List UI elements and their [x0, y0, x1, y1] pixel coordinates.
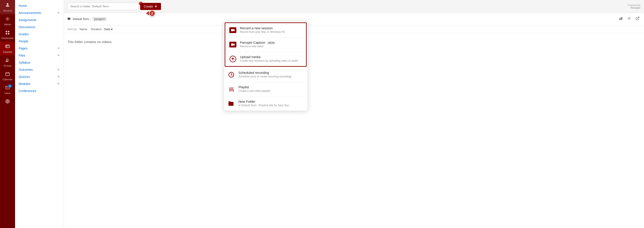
scheduled-recording-text: Scheduled recording Schedule once or cre… [238, 71, 304, 78]
sidebar-account-label: Account [3, 9, 12, 12]
sidebar-groups-label: Groups [4, 64, 12, 67]
dropdown-highlighted-section: Record a new session Record from your Ma… [225, 22, 307, 67]
create-dropdown-arrow: ▼ [154, 5, 158, 8]
nav-item-people[interactable]: People [15, 38, 64, 45]
sidebar-item-commons[interactable] [0, 97, 15, 107]
nav-sidebar: Home Announcements 👁 Assignments Discuss… [15, 0, 64, 228]
content-area: This folder contains no videos. [64, 33, 644, 228]
svg-rect-27 [619, 18, 620, 20]
external-link-button[interactable] [635, 16, 640, 22]
sidebar-admin-label: Admin [4, 23, 11, 26]
playlist-text: Playlist Create a new video playlist [238, 85, 304, 92]
sidebar-calendar-label: Calendar [3, 78, 13, 81]
breadcrumb-actions [618, 16, 640, 22]
nav-item-assignments[interactable]: Assignments [15, 16, 64, 24]
sort-by-name[interactable]: Name [78, 27, 89, 31]
inbox-badge-wrapper: 11 [5, 85, 10, 91]
sidebar-item-admin[interactable]: Admin [0, 14, 15, 28]
topbar: 1 Create ▼ Powered by Panopto [64, 0, 644, 13]
nav-item-conferences[interactable]: Conferences [15, 88, 64, 94]
svg-rect-28 [620, 18, 621, 20]
svg-point-1 [7, 18, 8, 20]
inbox-count-badge: 11 [8, 84, 12, 88]
nav-item-grades[interactable]: Grades [15, 30, 64, 38]
new-folder-icon [227, 100, 235, 108]
files-visibility-icon: 👁 [57, 54, 60, 57]
sidebar-item-dashboard[interactable]: Dashboard [0, 28, 15, 42]
step2-badge: 2 [149, 10, 155, 16]
announcements-visibility-icon: 👁 [57, 11, 60, 15]
svg-point-9 [6, 59, 8, 60]
step2-arrow [146, 11, 149, 16]
account-icon [5, 2, 10, 9]
nav-item-modules[interactable]: Modules 👁 [15, 80, 64, 88]
svg-line-31 [637, 17, 639, 19]
nav-item-files[interactable]: Files 👁 [15, 52, 64, 59]
sidebar-item-groups[interactable]: Groups [0, 56, 15, 69]
left-sidebar: Account Admin Dashboard [0, 0, 15, 228]
svg-rect-3 [8, 31, 9, 32]
sidebar-item-calendar[interactable]: Calendar [0, 69, 15, 83]
svg-rect-19 [231, 44, 234, 46]
svg-point-30 [629, 18, 630, 19]
create-button[interactable]: Create ▼ [140, 3, 161, 10]
svg-rect-5 [8, 33, 9, 34]
calendar-icon [5, 72, 10, 78]
nav-item-quizzes[interactable]: Quizzes 👁 [15, 73, 64, 80]
nav-item-discussions[interactable]: Discussions [15, 24, 64, 30]
sort-by-duration[interactable]: Duration [89, 27, 103, 31]
svg-rect-2 [6, 31, 7, 32]
record-video-icon [229, 26, 237, 34]
step2-indicator: 2 [146, 10, 155, 16]
create-btn-wrapper: 1 Create ▼ [140, 3, 161, 10]
nav-item-pages[interactable]: Pages 👁 [15, 45, 64, 52]
admin-icon [5, 16, 10, 22]
svg-marker-32 [111, 29, 113, 30]
svg-marker-26 [233, 90, 234, 92]
breadcrumb-assignment-badge: [assignm [92, 17, 107, 21]
nav-item-outcomes[interactable]: Outcomes 👁 [15, 66, 64, 73]
create-dropdown-menu: Record a new session Record from your Ma… [224, 21, 308, 111]
dropdown-item-record-new[interactable]: Record a new session Record from your Ma… [225, 23, 306, 38]
nav-item-home[interactable]: Home [15, 2, 64, 9]
playlist-icon [227, 85, 235, 93]
sidebar-item-courses[interactable]: Courses [0, 42, 15, 56]
dropdown-item-new-folder[interactable]: New Folder In Default Term - Practice si… [224, 96, 308, 111]
dropdown-item-playlist[interactable]: Playlist Create a new video playlist [224, 82, 308, 96]
outcomes-visibility-icon: 👁 [57, 68, 60, 72]
dropdown-item-scheduled-recording[interactable]: Scheduled recording Schedule once or cre… [224, 68, 308, 82]
powered-by: Powered by Panopto [628, 4, 640, 9]
sidebar-dashboard-label: Dashboard [2, 37, 14, 40]
stats-button[interactable] [618, 16, 624, 22]
svg-rect-6 [6, 45, 10, 48]
commons-icon [5, 99, 10, 105]
nav-item-announcements[interactable]: Announcements 👁 [15, 9, 64, 16]
sort-bar: Sort by: Name Duration Date [64, 25, 644, 33]
record-new-text: Record a new session Record from your Ma… [240, 26, 302, 34]
dropdown-item-upload-media[interactable]: Upload media Create new sessions by uplo… [225, 52, 306, 66]
svg-point-10 [8, 59, 9, 60]
groups-icon [5, 58, 10, 64]
search-input[interactable] [68, 3, 138, 10]
modules-visibility-icon: 👁 [57, 82, 60, 86]
empty-folder-message: This folder contains no videos. [68, 40, 640, 44]
quizzes-visibility-icon: 👁 [57, 75, 60, 78]
svg-point-0 [7, 3, 8, 5]
beta-badge: BETA [268, 42, 275, 44]
svg-rect-17 [231, 29, 234, 31]
svg-rect-4 [6, 33, 7, 34]
sidebar-item-inbox[interactable]: 11 Inbox [0, 83, 15, 97]
svg-rect-11 [6, 72, 10, 76]
dashboard-icon [5, 30, 10, 36]
pages-visibility-icon: 👁 [57, 46, 60, 50]
nav-item-syllabus[interactable]: Syllabus [15, 59, 64, 66]
breadcrumb-folder-name: Default Term - [73, 17, 91, 21]
new-folder-text: New Folder In Default Term - Practice si… [238, 100, 304, 107]
dropdown-item-panopto-capture[interactable]: Panopto Capture BETA Record a new video [225, 38, 306, 52]
svg-rect-29 [622, 17, 622, 20]
upload-media-text: Upload media Create new sessions by uplo… [240, 55, 302, 62]
sort-by-date[interactable]: Date [104, 28, 113, 31]
sidebar-item-account[interactable]: Account [0, 0, 15, 14]
folder-breadcrumb-icon [68, 17, 71, 21]
settings-button[interactable] [626, 16, 632, 22]
